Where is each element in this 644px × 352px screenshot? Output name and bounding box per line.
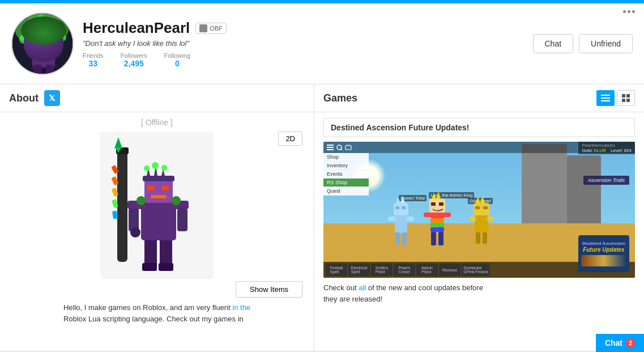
svg-rect-29	[177, 209, 187, 231]
svg-marker-14	[44, 26, 47, 32]
svg-marker-77	[436, 192, 441, 199]
chat-label: Chat	[605, 338, 622, 347]
svg-rect-51	[601, 95, 610, 96]
svg-point-7	[37, 15, 44, 22]
svg-point-50	[172, 196, 181, 205]
game-desc-part2: of the new and cool updates before	[368, 283, 483, 292]
about-header: About 𝕏	[0, 84, 314, 112]
twitter-icon[interactable]: 𝕏	[44, 90, 60, 106]
trials-banner: Ascension Trials	[583, 176, 629, 185]
svg-rect-97	[476, 232, 480, 244]
svg-rect-70	[402, 206, 406, 209]
menu-rs-shop: RS Shop	[323, 179, 369, 187]
svg-point-30	[130, 227, 140, 238]
svg-rect-12	[32, 32, 55, 36]
svg-rect-53	[601, 100, 610, 101]
svg-rect-19	[117, 149, 127, 262]
following-value: 0	[175, 59, 180, 68]
svg-marker-13	[36, 27, 40, 32]
username-row: HerculeanPearl OBF	[83, 19, 227, 37]
about-desc-part2: Roblox Lua scripting language. Check out…	[63, 315, 244, 323]
followers-label: Followers	[121, 52, 147, 59]
following-stat: Following 0	[164, 52, 190, 68]
svg-point-40	[152, 162, 159, 169]
game-thumbnail[interactable]: Shop Inventory Events RS Shop Quest Asce…	[323, 142, 635, 278]
game-desc-part3: they are released!	[323, 295, 382, 303]
offline-status: [ Offline ]	[141, 118, 173, 127]
game-description: Check out all of the new and cool update…	[323, 278, 635, 309]
grid-view-button[interactable]	[617, 90, 635, 106]
svg-point-41	[161, 165, 167, 171]
dots-menu[interactable]	[623, 10, 635, 13]
svg-rect-92	[475, 206, 480, 209]
svg-rect-58	[327, 145, 334, 146]
svg-rect-75	[402, 232, 407, 245]
game-characters	[380, 187, 505, 255]
svg-point-49	[137, 196, 146, 205]
svg-rect-24	[159, 263, 173, 271]
svg-point-5	[19, 35, 28, 44]
svg-rect-82	[430, 218, 444, 223]
game-menu-panel: Shop Inventory Events RS Shop Quest	[323, 153, 369, 196]
svg-rect-16	[33, 65, 41, 74]
svg-rect-83	[430, 223, 444, 227]
svg-rect-72	[388, 217, 395, 221]
svg-rect-22	[160, 236, 172, 268]
svg-rect-79	[431, 202, 436, 206]
view-2d-button[interactable]: 2D	[278, 132, 302, 146]
friends-value: 33	[89, 59, 98, 68]
list-view-icon	[601, 94, 610, 102]
friends-stat: Friends 33	[83, 52, 104, 68]
svg-marker-90	[480, 196, 485, 203]
svg-point-6	[58, 33, 66, 41]
svg-rect-74	[395, 232, 400, 245]
sections-container: About 𝕏 [ Offline ] 2D	[0, 84, 644, 351]
menu-inventory: Inventory	[323, 162, 369, 170]
svg-rect-11	[46, 39, 50, 42]
game-promo-card: Destined Ascension Future Updates	[578, 235, 629, 272]
svg-rect-95	[469, 217, 476, 221]
game-scene: Shop Inventory Events RS Shop Quest Asce…	[323, 142, 635, 278]
about-desc-part1: Hello, I make games on Roblox, and am ve…	[63, 303, 232, 312]
grid-view-icon	[622, 94, 630, 102]
about-panel: About 𝕏 [ Offline ] 2D	[0, 84, 314, 351]
svg-point-3	[42, 19, 67, 40]
svg-rect-33	[162, 186, 169, 190]
svg-rect-68	[394, 203, 408, 215]
game-desc-part1: Check out	[323, 283, 357, 292]
svg-rect-94	[475, 215, 488, 232]
character-3d-view	[100, 132, 214, 279]
show-items-button[interactable]: Show Items	[236, 281, 302, 298]
stats-row: Friends 33 Followers 2,495 Following 0	[83, 52, 227, 68]
svg-rect-69	[395, 206, 399, 209]
svg-rect-60	[327, 149, 334, 150]
svg-rect-56	[622, 99, 625, 102]
svg-point-4	[27, 14, 61, 33]
profile-header: HerculeanPearl OBF "Don't ask why I look…	[0, 3, 644, 84]
svg-rect-54	[622, 94, 625, 97]
svg-marker-76	[432, 193, 436, 199]
games-body: Destined Ascension Future Updates!	[314, 112, 644, 351]
svg-rect-84	[430, 227, 444, 232]
about-description: Hello, I make games on Roblox, and am ve…	[54, 298, 259, 329]
about-title: About	[9, 92, 39, 104]
list-view-button[interactable]	[596, 90, 615, 106]
svg-rect-21	[144, 236, 157, 268]
svg-rect-8	[32, 42, 55, 67]
chat-widget[interactable]: Chat 2	[596, 334, 644, 352]
svg-rect-34	[151, 195, 167, 198]
chat-badge: 2	[626, 338, 635, 347]
svg-rect-85	[424, 213, 432, 217]
svg-point-1	[18, 14, 69, 45]
badge-icon	[199, 24, 207, 32]
svg-marker-15	[49, 28, 52, 32]
svg-rect-87	[431, 232, 436, 245]
username: HerculeanPearl	[83, 19, 190, 37]
dot-3	[632, 10, 635, 13]
dot-2	[628, 10, 630, 13]
followers-stat: Followers 2,495	[121, 52, 147, 68]
chat-button[interactable]: Chat	[533, 34, 574, 53]
unfriend-button[interactable]: Unfriend	[579, 34, 633, 53]
about-body: [ Offline ] 2D	[0, 112, 314, 351]
svg-marker-89	[476, 197, 480, 203]
